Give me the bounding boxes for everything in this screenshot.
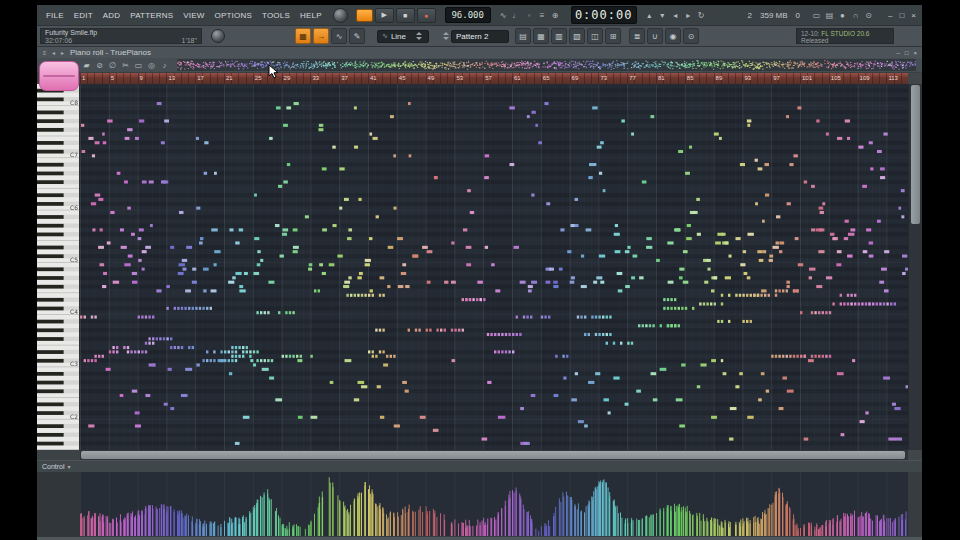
menu-add[interactable]: ADD	[98, 11, 126, 20]
one-click-record-icon[interactable]: ◉	[665, 28, 681, 44]
preview-scroll-handle[interactable]	[39, 61, 79, 91]
timeline[interactable]: 1591317212529333741454953576165697377818…	[80, 73, 908, 84]
center-playhead-icon[interactable]: ⊙	[683, 28, 699, 44]
record-button[interactable]: ●	[417, 8, 436, 23]
news-panel[interactable]: 12-10: FL STUDIO 20.6 Released	[796, 28, 894, 44]
play-button[interactable]: ▶	[375, 8, 394, 23]
typing-keyboard-icon[interactable]: ▤	[823, 9, 836, 22]
pattern-selector[interactable]: Pattern 2	[451, 30, 509, 43]
detach-left-icon[interactable]: ◂	[49, 48, 58, 57]
close-button[interactable]: ×	[911, 11, 916, 20]
preview-scroll-handle-line	[43, 75, 75, 77]
time-display[interactable]: 0:00:00	[571, 6, 637, 24]
maximize-button[interactable]: □	[899, 11, 904, 20]
delete-tool-icon[interactable]: ⊘	[93, 59, 106, 72]
monitor-icon[interactable]: ▭	[810, 9, 823, 22]
marker-next-icon[interactable]: ▸	[682, 9, 695, 22]
snap-selector[interactable]: ∿ Line	[377, 30, 429, 43]
shuffle-icon[interactable]: ∿	[497, 9, 510, 22]
menu-tools[interactable]: TOOLS	[257, 11, 295, 20]
memory-usage: 359 MB	[760, 11, 788, 20]
pattern-song-led[interactable]	[356, 9, 373, 22]
mouse-cursor	[268, 64, 280, 84]
bar-label: 101	[802, 75, 812, 81]
menu-help[interactable]: HELP	[295, 11, 327, 20]
marker-prev-icon[interactable]: ◂	[669, 9, 682, 22]
bar-label: 5	[111, 75, 114, 81]
slice-tool-icon[interactable]: ✂	[119, 59, 132, 72]
mic-icon[interactable]: ●	[836, 9, 849, 22]
bar-label: 21	[226, 75, 233, 81]
menu-patterns[interactable]: PATTERNS	[125, 11, 178, 20]
channel-rack-button[interactable]: ▥	[551, 28, 567, 44]
piano-keyboard[interactable]	[37, 84, 80, 450]
zoom-tool-icon[interactable]: ◎	[145, 59, 158, 72]
tempo-display[interactable]: 96.000	[445, 7, 491, 23]
hint-knob[interactable]	[211, 29, 225, 43]
mixer-button[interactable]: ▧	[569, 28, 585, 44]
midi-icon[interactable]: ⊙	[862, 9, 875, 22]
control-lane-header[interactable]: Control ▾	[37, 460, 922, 472]
playlist-button[interactable]: ▤	[515, 28, 531, 44]
plugin-picker-button[interactable]: ⊞	[605, 28, 621, 44]
news-date: 12-10:	[801, 30, 819, 37]
song-position: 32:07:06	[45, 37, 72, 44]
minimize-button[interactable]: –	[888, 11, 892, 20]
browser-button[interactable]: ◫	[587, 28, 603, 44]
scrollbar-note-preview[interactable]	[177, 59, 916, 71]
menu-file[interactable]: FILE	[41, 11, 69, 20]
bar-label: 25	[255, 75, 262, 81]
menu-edit[interactable]: EDIT	[69, 11, 98, 20]
wait-input-icon[interactable]: ◦	[523, 9, 536, 22]
bar-label: 9	[140, 75, 143, 81]
overdub-icon[interactable]: ⊕	[549, 9, 562, 22]
menu-options[interactable]: OPTIONS	[210, 11, 257, 20]
countdown-icon[interactable]: ≡	[536, 9, 549, 22]
vertical-scrollbar-handle[interactable]	[911, 85, 920, 224]
pattern-spinner[interactable]	[443, 32, 449, 40]
multilink-icon[interactable]: ∿	[331, 28, 347, 44]
recording-options: ∿♩◦≡⊕	[497, 9, 562, 22]
bar-label: 13	[168, 75, 175, 81]
headphones-icon[interactable]: ∩	[849, 9, 862, 22]
bar-label: 29	[284, 75, 291, 81]
main-volume-knob[interactable]	[333, 8, 348, 23]
piano-roll-button[interactable]: ▦	[533, 28, 549, 44]
bar-label: 53	[456, 75, 463, 81]
loop-record-icon[interactable]: ↻	[695, 9, 708, 22]
paint-tool-icon[interactable]: ▰	[80, 59, 93, 72]
control-lane-target[interactable]	[37, 472, 80, 537]
playback-tool-icon[interactable]: ♪	[158, 59, 171, 72]
horizontal-scrollbar-handle[interactable]	[81, 451, 905, 459]
pattern-up-icon[interactable]: ▴	[643, 9, 656, 22]
pr-minimize-button[interactable]: –	[897, 50, 900, 56]
pr-maximize-button[interactable]: □	[905, 50, 909, 56]
horizontal-scrollbar[interactable]	[80, 450, 908, 460]
snap-spinner[interactable]	[416, 32, 422, 40]
cpu-usage: 0	[796, 11, 800, 20]
detach-right-icon[interactable]: ▸	[58, 48, 67, 57]
select-tool-icon[interactable]: ▭	[132, 59, 145, 72]
pr-close-button[interactable]: ×	[913, 50, 917, 56]
bar-label: 89	[716, 75, 723, 81]
song-length: 1'18"	[181, 37, 197, 44]
vertical-scrollbar[interactable]	[908, 84, 922, 450]
typing-to-piano-icon[interactable]: ▦	[295, 28, 311, 44]
note-grid[interactable]	[80, 84, 908, 450]
piano-roll-titlebar[interactable]: ≡◂▸ Piano roll - TruePianos –□×	[37, 47, 922, 58]
bar-label: 49	[428, 75, 435, 81]
snap-magnet-icon[interactable]: ∪	[647, 28, 663, 44]
bar-label: 109	[860, 75, 870, 81]
step-edit-icon[interactable]: →	[313, 28, 329, 44]
velocity-lane[interactable]	[80, 472, 908, 537]
control-target-menu-icon[interactable]: ▾	[65, 462, 74, 471]
tools-menu-icon[interactable]: ≣	[629, 28, 645, 44]
piano-roll-title: Piano roll - TruePianos	[70, 48, 151, 57]
pencil-icon[interactable]: ✎	[349, 28, 365, 44]
pattern-down-icon[interactable]: ▾	[656, 9, 669, 22]
pr-menu-icon[interactable]: ≡	[40, 48, 49, 57]
metronome-icon[interactable]: ♩	[510, 9, 523, 22]
menu-view[interactable]: VIEW	[178, 11, 209, 20]
mute-tool-icon[interactable]: ∅	[106, 59, 119, 72]
stop-button[interactable]: ■	[396, 8, 415, 23]
